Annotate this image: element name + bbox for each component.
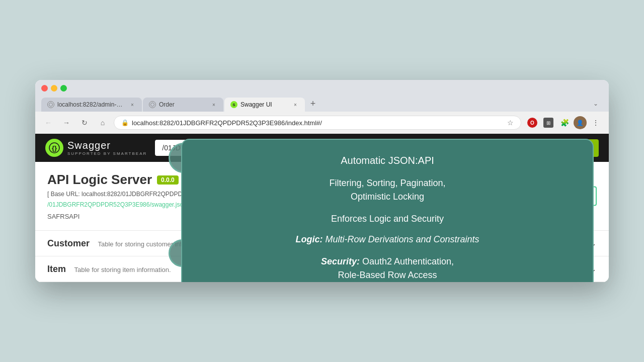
authorize-lock-icon: 🔓 xyxy=(577,192,587,201)
tab-order-close-button[interactable]: × xyxy=(210,101,217,108)
tab-favicon-order xyxy=(149,101,156,108)
browser-window: localhost:8282/admin-app/in… × Order × S… xyxy=(35,80,609,282)
extensions-button[interactable]: ⊞ xyxy=(541,116,555,130)
api-section-customer[interactable]: Customer Table for storing customer info… xyxy=(35,231,609,256)
swagger-logo-icon: {} xyxy=(45,139,63,157)
back-button[interactable]: ← xyxy=(41,116,55,130)
api-title-row: API Logic Server 0.0.0 xyxy=(47,172,597,188)
address-bar-row: ← → ↻ ⌂ 🔒 localhost:8282/01JDBGRFR2QPDPD… xyxy=(35,112,609,134)
authorize-button[interactable]: Authorize 🔓 xyxy=(530,187,597,206)
address-bar[interactable]: 🔒 localhost:8282/01JDBGRFR2QPDPDR52Q3P3E… xyxy=(114,116,521,130)
api-section-customer-chevron-icon: ⌄ xyxy=(589,238,597,249)
menu-button[interactable]: ⋮ xyxy=(589,116,603,130)
page-content: {} Swagger Supported by SMARTBEAR Explor… xyxy=(35,134,609,282)
api-info: API Logic Server 0.0.0 [ Base URL: local… xyxy=(35,162,609,231)
browser-actions: O ⊞ 🧩 👤 ⋮ xyxy=(525,116,603,130)
minimize-window-button[interactable] xyxy=(51,85,57,92)
tab-admin[interactable]: localhost:8282/admin-app/in… × xyxy=(41,98,142,112)
swagger-logo-sub: Supported by SMARTBEAR xyxy=(67,151,147,156)
svg-text:{}: {} xyxy=(52,144,57,152)
bookmark-icon[interactable]: ☆ xyxy=(507,119,514,127)
authorize-label: Authorize xyxy=(540,192,573,200)
tab-swagger-close-button[interactable]: × xyxy=(292,101,299,108)
swagger-explore-button[interactable]: Explore xyxy=(551,139,599,157)
tab-favicon-admin xyxy=(47,101,54,108)
traffic-lights xyxy=(41,85,603,92)
swagger-header: {} Swagger Supported by SMARTBEAR Explor… xyxy=(35,134,609,162)
browser-chrome: localhost:8282/admin-app/in… × Order × S… xyxy=(35,80,609,112)
opera-logo: O xyxy=(527,118,537,128)
opera-icon[interactable]: O xyxy=(525,116,539,130)
tab-order[interactable]: Order × xyxy=(143,98,223,112)
api-title: API Logic Server xyxy=(47,172,152,188)
api-section-item-chevron-icon: ⌄ xyxy=(589,263,597,275)
address-text: localhost:8282/01JDBGRFR2QPDPDR52Q3P3E98… xyxy=(132,119,504,127)
profile-avatar[interactable]: 👤 xyxy=(574,116,587,129)
extension-icon: ⊞ xyxy=(543,118,553,128)
swagger-logo: {} Swagger Supported by SMARTBEAR xyxy=(45,139,147,157)
reload-button[interactable]: ↻ xyxy=(77,116,92,130)
swagger-logo-text-container: Swagger Supported by SMARTBEAR xyxy=(67,140,147,156)
close-window-button[interactable] xyxy=(41,85,48,92)
home-button[interactable]: ⌂ xyxy=(96,116,110,130)
new-tab-button[interactable]: + xyxy=(306,97,320,111)
api-base-url: [ Base URL: localhost:8282/01JDBGRFR2QPD… xyxy=(47,191,597,198)
swagger-url-input[interactable] xyxy=(155,140,543,156)
maximize-window-button[interactable] xyxy=(60,85,67,92)
tab-swagger-title: Swagger UI xyxy=(240,101,289,108)
tabs-bar: localhost:8282/admin-app/in… × Order × S… xyxy=(41,97,603,112)
tab-admin-title: localhost:8282/admin-app/in… xyxy=(57,101,126,108)
api-section-item[interactable]: Item Table for storing item information.… xyxy=(35,256,609,282)
swagger-logo-text: Swagger xyxy=(67,140,147,151)
address-lock-icon: 🔒 xyxy=(121,119,129,126)
api-version-badge: 0.0.0 xyxy=(157,175,179,185)
tab-swagger[interactable]: S Swagger UI × xyxy=(224,98,305,112)
api-section-item-desc: Table for storing item information. xyxy=(74,266,171,274)
tab-favicon-swagger: S xyxy=(230,101,237,108)
tab-order-title: Order xyxy=(159,101,207,108)
tabs-chevron-button[interactable]: ⌄ xyxy=(589,97,603,111)
api-section-item-row: Item Table for storing item information. xyxy=(47,264,171,275)
api-section-item-name: Item xyxy=(47,264,66,274)
api-section-customer-desc: Table for storing customer info… xyxy=(98,240,192,248)
api-swagger-link[interactable]: /01JDBGRFR2QPDPDR52Q3P3E986/swagger.json xyxy=(47,201,187,208)
api-section-customer-row: Customer Table for storing customer info… xyxy=(47,238,192,249)
forward-button[interactable]: → xyxy=(59,116,73,130)
api-safrs-label: SAFRSAPI xyxy=(47,213,597,220)
api-section-customer-name: Customer xyxy=(47,238,90,248)
tab-admin-close-button[interactable]: × xyxy=(129,101,136,108)
extensions-puzzle-button[interactable]: 🧩 xyxy=(557,116,572,130)
